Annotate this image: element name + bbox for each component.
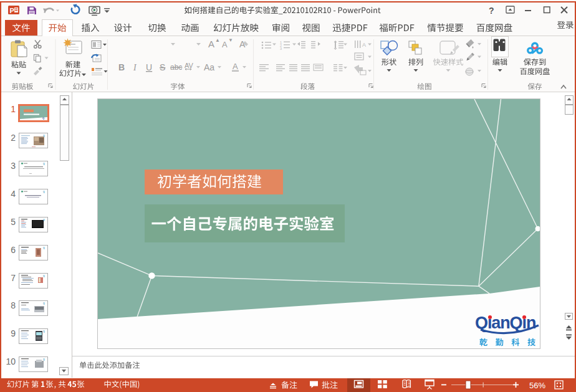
- svg-text:Q: Q: [43, 302, 45, 305]
- svg-text:Q: Q: [43, 163, 45, 165]
- svg-text:Q: Q: [43, 358, 45, 360]
- svg-text:Q: Q: [43, 274, 45, 277]
- svg-text:Q: Q: [43, 135, 45, 137]
- svg-text:Q: Q: [43, 191, 45, 193]
- svg-text:Q: Q: [43, 246, 45, 249]
- svg-text:Q: Q: [42, 117, 44, 120]
- svg-text:Q: Q: [43, 219, 45, 221]
- svg-text:Q: Q: [43, 330, 45, 333]
